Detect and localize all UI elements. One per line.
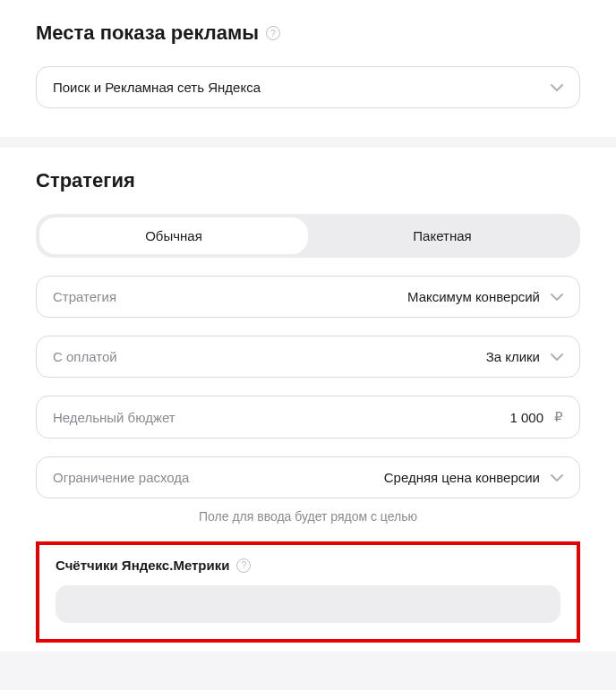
metrika-highlight: Счётчики Яндекс.Метрики ? — [36, 541, 580, 643]
chevron-down-icon — [551, 291, 563, 303]
strategy-type-segmented: Обычная Пакетная — [36, 214, 580, 258]
ad-places-panel: Места показа рекламы ? Поиск и Рекламная… — [0, 0, 616, 137]
budget-label: Недельный бюджет — [53, 410, 175, 425]
payment-value: За клики — [486, 349, 540, 364]
metrika-input[interactable] — [56, 585, 560, 623]
payment-select[interactable]: С оплатой За клики — [36, 336, 580, 378]
strategy-select[interactable]: Стратегия Максимум конверсий — [36, 276, 580, 318]
chevron-down-icon — [551, 472, 563, 484]
strategy-label: Стратегия — [53, 289, 116, 304]
ad-places-select[interactable]: Поиск и Рекламная сеть Яндекса — [36, 66, 580, 108]
strategy-title: Стратегия — [36, 169, 135, 192]
chevron-down-icon — [551, 81, 563, 94]
spend-limit-select[interactable]: Ограничение расхода Средняя цена конверс… — [36, 456, 580, 498]
tab-normal[interactable]: Обычная — [39, 217, 308, 254]
ad-places-title: Места показа рекламы — [36, 21, 259, 45]
ad-places-header: Места показа рекламы ? — [36, 21, 580, 45]
strategy-header: Стратегия — [36, 169, 580, 192]
spend-limit-value: Средняя цена конверсии — [384, 470, 540, 485]
strategy-panel: Стратегия Обычная Пакетная Стратегия Мак… — [0, 148, 616, 652]
budget-value: 1 000 — [509, 410, 543, 425]
metrika-title: Счётчики Яндекс.Метрики — [56, 558, 229, 573]
strategy-value: Максимум конверсий — [407, 289, 540, 304]
help-icon[interactable]: ? — [266, 26, 280, 40]
payment-label: С оплатой — [53, 349, 117, 364]
weekly-budget-field[interactable]: Недельный бюджет 1 000 ₽ — [36, 396, 580, 439]
chevron-down-icon — [551, 351, 563, 363]
tab-packet[interactable]: Пакетная — [308, 217, 577, 254]
spend-limit-label: Ограничение расхода — [53, 470, 189, 485]
ad-places-value: Поиск и Рекламная сеть Яндекса — [53, 80, 261, 95]
metrika-header: Счётчики Яндекс.Метрики ? — [56, 558, 560, 573]
spend-limit-hint: Поле для ввода будет рядом с целью — [36, 509, 580, 524]
budget-currency: ₽ — [554, 409, 563, 425]
help-icon[interactable]: ? — [236, 558, 251, 573]
